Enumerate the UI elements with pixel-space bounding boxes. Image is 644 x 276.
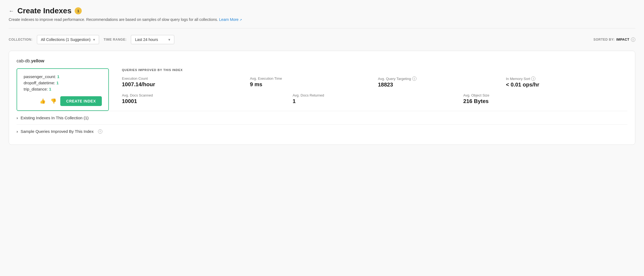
- metric-avg-docs-returned-value: 1: [293, 98, 457, 104]
- index-field-0: passenger_count: 1: [24, 74, 102, 79]
- metric-avg-docs-returned-label: Avg. Docs Returned: [293, 93, 457, 97]
- suggestion-badge: 1: [75, 7, 82, 14]
- metric-in-memory-sort-label: In Memory Sort i: [506, 76, 628, 81]
- learn-more-link[interactable]: Learn More: [219, 17, 242, 22]
- metric-avg-exec-time-label: Avg. Execution Time: [250, 76, 372, 81]
- metric-query-targeting-value: 18823: [378, 82, 500, 88]
- metrics-grid-row2: Avg. Docs Scanned 10001 Avg. Docs Return…: [122, 93, 627, 104]
- subtitle-text: Create indexes to improve read performan…: [9, 17, 635, 22]
- metric-avg-object-size-label: Avg. Object Size: [463, 93, 627, 97]
- metric-avg-docs-scanned-value: 10001: [122, 98, 286, 104]
- filters-row: COLLECTION: All Collections (1 Suggestio…: [9, 35, 635, 44]
- db-collection-bold: yellow: [31, 59, 44, 63]
- existing-indexes-row[interactable]: › Existing Indexes In This Collection (1…: [17, 111, 627, 124]
- db-prefix: cab-db.: [17, 59, 31, 63]
- metric-in-memory-sort-value: < 0.01 ops/hr: [506, 82, 628, 88]
- metric-query-targeting-label: Avg. Query Targeting i: [378, 76, 500, 81]
- metric-query-targeting: Avg. Query Targeting i 18823: [378, 76, 500, 88]
- index-field-1: dropoff_datetime: 1: [24, 81, 102, 85]
- index-field-0-value: 1: [57, 74, 59, 79]
- sample-queries-chevron-icon: ›: [17, 129, 18, 134]
- time-range-chevron-icon: ▾: [168, 37, 170, 42]
- metric-in-memory-sort: In Memory Sort i < 0.01 ops/hr: [506, 76, 628, 88]
- sorted-by: SORTED BY: IMPACT i: [594, 37, 635, 42]
- metrics-grid-row1: Execution Count 1007.14/hour Avg. Execut…: [122, 76, 627, 88]
- card-body: passenger_count: 1 dropoff_datetime: 1 t…: [17, 68, 627, 111]
- sorted-by-info-icon[interactable]: i: [631, 37, 635, 42]
- thumbs-down-button[interactable]: 👎: [49, 97, 58, 105]
- thumbs-up-button[interactable]: 👍: [39, 97, 47, 105]
- time-range-select[interactable]: Last 24 hours ▾: [131, 35, 174, 44]
- metric-avg-exec-time-value: 9 ms: [250, 81, 372, 88]
- sample-queries-info-icon[interactable]: i: [98, 129, 102, 134]
- index-actions: 👍 👎 CREATE INDEX: [24, 96, 102, 106]
- metric-avg-object-size: Avg. Object Size 216 Bytes: [463, 93, 627, 104]
- metric-avg-docs-scanned: Avg. Docs Scanned 10001: [122, 93, 286, 104]
- index-suggestion-card: cab-db.yellow passenger_count: 1 dropoff…: [9, 51, 635, 145]
- collection-value: All Collections (1 Suggestion): [41, 37, 91, 42]
- collection-select[interactable]: All Collections (1 Suggestion) ▾: [37, 35, 99, 44]
- db-collection-name: cab-db.yellow: [17, 59, 627, 63]
- sorted-by-label: SORTED BY:: [594, 38, 615, 41]
- sorted-by-value: IMPACT: [616, 38, 629, 41]
- page-header: ← Create Indexes 1: [9, 7, 635, 15]
- metric-avg-exec-time: Avg. Execution Time 9 ms: [250, 76, 372, 88]
- create-index-button[interactable]: CREATE INDEX: [60, 96, 102, 106]
- index-field-2: trip_distance: 1: [24, 87, 102, 91]
- header-divider: [9, 28, 635, 28]
- index-fields-box: passenger_count: 1 dropoff_datetime: 1 t…: [17, 68, 109, 111]
- collection-chevron-icon: ▾: [93, 37, 95, 42]
- metric-execution-count-value: 1007.14/hour: [122, 81, 244, 88]
- metric-avg-docs-returned: Avg. Docs Returned 1: [293, 93, 457, 104]
- existing-indexes-chevron-icon: ›: [17, 116, 18, 120]
- in-memory-sort-info-icon[interactable]: i: [531, 76, 535, 81]
- metric-avg-docs-scanned-label: Avg. Docs Scanned: [122, 93, 286, 97]
- collection-label: COLLECTION:: [9, 38, 33, 41]
- back-button[interactable]: ←: [9, 8, 14, 14]
- metric-avg-object-size-value: 216 Bytes: [463, 98, 627, 104]
- metrics-title: QUERIES IMPROVED BY THIS INDEX: [122, 68, 627, 72]
- page-title: Create Indexes: [17, 7, 71, 15]
- index-field-2-value: 1: [49, 87, 51, 91]
- sample-queries-label: Sample Queries Improved By This Index: [21, 129, 94, 134]
- time-range-label: TIME RANGE:: [103, 38, 127, 41]
- query-targeting-info-icon[interactable]: i: [412, 76, 416, 81]
- metrics-section: QUERIES IMPROVED BY THIS INDEX Execution…: [122, 68, 627, 104]
- sample-queries-row[interactable]: › Sample Queries Improved By This Index …: [17, 124, 627, 138]
- metric-execution-count: Execution Count 1007.14/hour: [122, 76, 244, 88]
- existing-indexes-label: Existing Indexes In This Collection (1): [21, 115, 89, 120]
- metric-execution-count-label: Execution Count: [122, 76, 244, 81]
- time-range-value: Last 24 hours: [135, 37, 158, 42]
- index-field-1-value: 1: [56, 81, 59, 85]
